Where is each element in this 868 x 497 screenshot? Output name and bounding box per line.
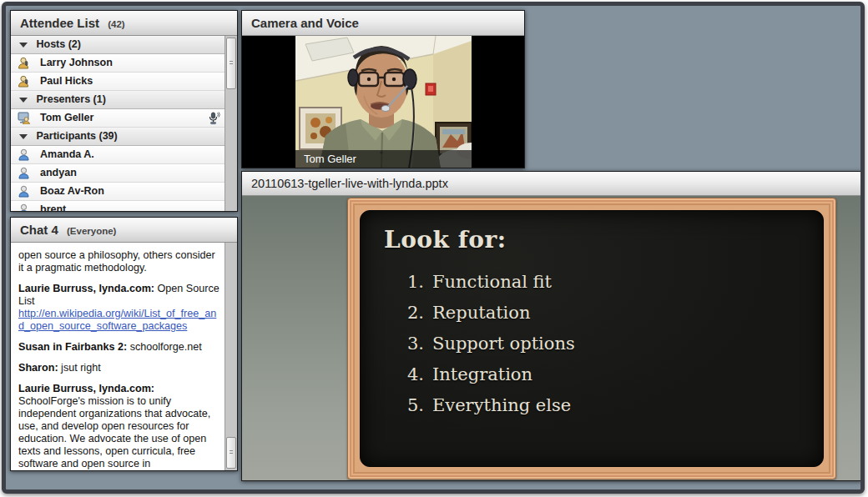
slide-list-item: 1.Functional fit (384, 272, 806, 292)
attendee-row[interactable]: Amanda A. (11, 146, 225, 164)
chat-sender: Susan in Fairbanks 2: (18, 341, 127, 353)
chat-pod: Chat 4 (Everyone) open source a philosop… (10, 217, 238, 471)
attendee-scrollbar-thumb[interactable] (226, 38, 236, 89)
attendee-row[interactable]: Larry Johnson (11, 54, 225, 73)
slide-list-item: 4.Integration (384, 364, 806, 384)
group-header-participants[interactable]: Participants (39) (11, 128, 225, 146)
presenter-icon (18, 112, 31, 124)
chat-message: Laurie Burruss, lynda.com: SchoolForge's… (18, 383, 221, 470)
slide-title: Look for: (384, 226, 806, 254)
slide-list-item: 5.Everything else (384, 395, 806, 415)
collapse-triangle-icon (19, 43, 28, 48)
chat-message: open source a philosophy, others conside… (18, 249, 221, 274)
chat-title-bar[interactable]: Chat 4 (Everyone) (11, 218, 237, 243)
attendee-list-title-bar[interactable]: Attendee List (42) (11, 11, 237, 36)
collapse-triangle-icon (19, 98, 28, 103)
share-filename: 20110613-tgeller-live-with-lynda.pptx (251, 177, 448, 190)
attendee-list-body: Hosts (2) Larry Johnson (11, 36, 237, 211)
webcam-frame-illustration (295, 36, 472, 168)
chat-message: Laurie Burruss, lynda.com: Open Source L… (18, 283, 221, 333)
slide-list-item: 2.Reputation (384, 303, 806, 323)
chat-sender: Sharon: (18, 362, 58, 374)
camera-title: Camera and Voice (251, 16, 359, 30)
participant-icon (18, 185, 31, 198)
participant-icon (18, 167, 31, 179)
attendee-row[interactable]: Tom Geller (11, 109, 225, 128)
chat-scrollbar[interactable] (225, 243, 237, 470)
camera-body: Tom Geller (242, 36, 524, 168)
attendee-row[interactable]: Paul Hicks (11, 73, 225, 91)
collapse-triangle-icon (19, 134, 28, 139)
camera-voice-pod: Camera and Voice (241, 10, 525, 168)
share-pod: 20110613-tgeller-live-with-lynda.pptx Lo… (241, 171, 862, 481)
microphone-active-icon (206, 111, 221, 126)
slide-chalkboard: Look for: 1.Functional fit 2.Reputation … (360, 210, 824, 467)
participant-icon (18, 148, 31, 161)
share-title-bar[interactable]: 20110613-tgeller-live-with-lynda.pptx (242, 172, 861, 196)
chat-title: Chat 4 (20, 223, 58, 237)
group-header-presenters[interactable]: Presenters (1) (11, 91, 225, 109)
attendee-list-pod: Attendee List (42) Hosts (2) Larry Johns… (10, 10, 238, 212)
attendee-count: (42) (108, 19, 124, 29)
video-name-label: Tom Geller (295, 150, 472, 168)
attendee-row[interactable]: brent (11, 201, 225, 211)
camera-title-bar[interactable]: Camera and Voice (242, 11, 524, 36)
host-icon (18, 57, 31, 69)
slide: Look for: 1.Functional fit 2.Reputation … (347, 198, 836, 479)
chat-sender: Laurie Burruss, lynda.com: (18, 283, 154, 294)
chat-scope: (Everyone) (67, 226, 116, 236)
chat-message: Susan in Fairbanks 2: schoolforge.net (18, 341, 221, 354)
attendee-row[interactable]: Boaz Av-Ron (11, 183, 225, 201)
chat-link[interactable]: http://en.wikipedia.org/wiki/List_of_fre… (18, 308, 216, 332)
slide-list-item: 3.Support options (384, 334, 806, 354)
chat-messages: open source a philosophy, others conside… (11, 243, 225, 470)
chat-body: open source a philosophy, others conside… (11, 243, 237, 470)
host-icon (18, 75, 31, 88)
chat-message: Sharon: jsut right (18, 362, 221, 374)
share-stage: Look for: 1.Functional fit 2.Reputation … (242, 196, 861, 480)
attendee-list-title: Attendee List (20, 16, 99, 30)
group-header-hosts[interactable]: Hosts (2) (11, 36, 225, 54)
meeting-window: Attendee List (42) Hosts (2) Larry Johns… (2, 2, 865, 494)
webcam-video: Tom Geller (295, 36, 472, 168)
chat-scrollbar-thumb[interactable] (226, 437, 236, 469)
attendee-scrollbar[interactable] (225, 36, 237, 211)
participant-icon (18, 203, 31, 211)
attendee-row[interactable]: andyan (11, 164, 225, 183)
chat-sender: Laurie Burruss, lynda.com: (18, 383, 154, 394)
